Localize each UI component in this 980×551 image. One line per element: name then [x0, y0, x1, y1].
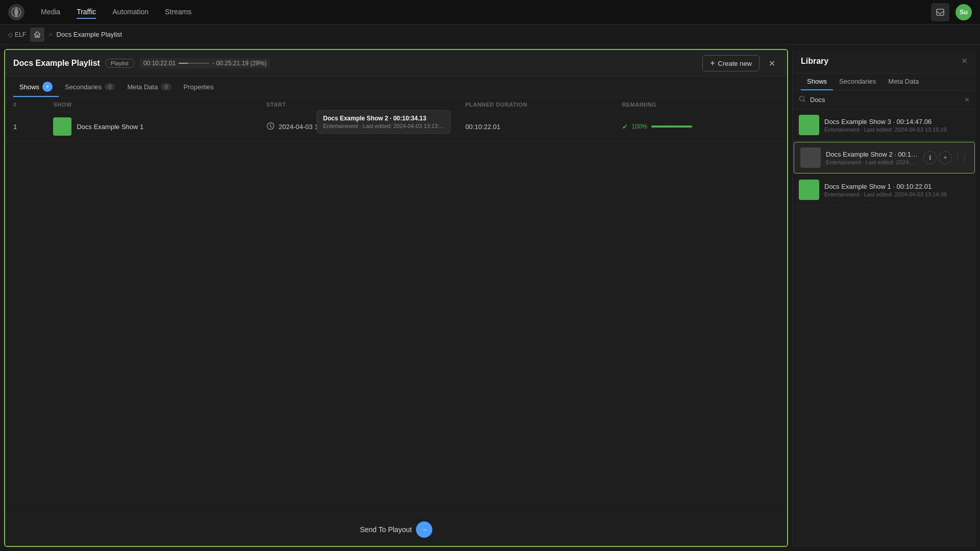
lib-item-info: Docs Example Show 3 · 00:14:47.06 Entert… [824, 118, 970, 133]
lib-thumbnail [800, 147, 821, 168]
time-end: - 00:25:21.19 (29%) [212, 60, 266, 67]
send-playout-label: Send To Playout [360, 525, 412, 534]
row-index: 1 [5, 112, 45, 141]
nav-automation[interactable]: Automation [112, 6, 149, 19]
playlist-panel: Docs Example Playlist Playlist 00:10:22.… [4, 49, 788, 547]
lib-item-info: Docs Example Show 1 · 00:10:22.01 Entert… [824, 183, 970, 197]
secondaries-badge: 0 [105, 83, 115, 90]
col-start: START [258, 97, 457, 112]
tab-secondaries[interactable]: Secondaries 0 [59, 79, 121, 96]
col-remaining: REMAINING [614, 97, 787, 112]
playlist-footer: Send To Playout → [5, 513, 787, 546]
library-header: Library ✕ [793, 49, 976, 73]
shows-table-container: # SHOW START PLANNED DURATION REMAINING … [5, 97, 787, 513]
playlist-tabs: Shows + Secondaries 0 Meta Data 0 Proper… [5, 77, 787, 97]
nav-media[interactable]: Media [41, 6, 60, 19]
create-new-button[interactable]: + Create new [702, 55, 760, 71]
lib-item-name: Docs Example Show 3 · 00:14:47.06 [824, 118, 970, 126]
send-to-playout-button[interactable]: Send To Playout → [360, 521, 432, 538]
inbox-button[interactable] [931, 3, 949, 21]
library-title: Library [801, 57, 828, 66]
tab-secondaries-label: Secondaries [65, 83, 102, 91]
tab-shows[interactable]: Shows + [13, 78, 59, 97]
add-show-button[interactable]: + [42, 82, 53, 92]
library-panel: Library ✕ Shows Secondaries Meta Data ✕ … [792, 49, 976, 547]
row-start: 2024-04-03 15:00:00.00 [258, 112, 457, 141]
tab-properties[interactable]: Properties [178, 79, 220, 96]
user-avatar[interactable]: Su [955, 4, 972, 20]
main-layout: Docs Example Playlist Playlist 00:10:22.… [0, 45, 980, 551]
library-search-bar: ✕ [793, 90, 976, 110]
list-item[interactable]: Docs Example Show 1 · 00:10:22.01 Entert… [793, 174, 976, 206]
table-row[interactable]: 1 Docs Example Show 1 2024-04-03 15:00:0… [5, 112, 787, 141]
col-index: # [5, 97, 45, 112]
lib-item-info: Docs Example Show 2 · 00:10:34.13 Entert… [826, 151, 918, 165]
lib-add-button[interactable]: + [939, 151, 952, 164]
lib-item-name: Docs Example Show 2 · 00:10:34.13 [826, 151, 918, 158]
col-planned-duration: PLANNED DURATION [457, 97, 614, 112]
lib-thumbnail [799, 180, 819, 200]
environment-selector[interactable]: ◇ ELF [8, 31, 26, 38]
lib-item-meta: Entertainment · Last edited: 2024-04-03 … [824, 191, 970, 197]
tab-properties-label: Properties [184, 83, 214, 91]
close-playlist-button[interactable]: ✕ [765, 56, 779, 70]
lib-tab-secondaries[interactable]: Secondaries [833, 73, 882, 90]
lib-item-name: Docs Example Show 1 · 00:10:22.01 [824, 183, 970, 190]
list-item[interactable]: Docs Example Show 2 · 00:10:34.13 Entert… [794, 142, 975, 173]
shows-table: # SHOW START PLANNED DURATION REMAINING … [5, 97, 787, 141]
show-name: Docs Example Show 1 [77, 123, 143, 131]
progress-percent: 100% [632, 123, 648, 130]
lib-item-actions: ℹ + ⋮⋮ [923, 151, 968, 164]
env-label: ELF [15, 31, 26, 38]
metadata-badge: 0 [161, 83, 171, 90]
row-start-time: 2024-04-03 15:00:00.00 [279, 123, 350, 131]
app-logo[interactable] [8, 4, 24, 20]
breadcrumb-separator: > [48, 31, 53, 38]
plus-icon: + [710, 59, 715, 68]
nav-streams[interactable]: Streams [165, 6, 191, 19]
create-new-label: Create new [718, 60, 752, 67]
progress-bar [651, 126, 692, 128]
nav-traffic[interactable]: Traffic [77, 6, 96, 19]
tab-metadata[interactable]: Meta Data 0 [121, 79, 177, 96]
row-show-cell: Docs Example Show 1 [45, 112, 258, 141]
library-close-button[interactable]: ✕ [961, 56, 968, 66]
top-navigation: Media Traffic Automation Streams Su [0, 0, 980, 24]
tab-metadata-label: Meta Data [127, 83, 158, 91]
library-items-list: Docs Example Show 3 · 00:14:47.06 Entert… [793, 110, 976, 547]
show-thumbnail [53, 117, 71, 136]
check-icon: ✔ [622, 123, 628, 131]
search-icon [799, 95, 806, 104]
row-planned-duration: 00:10:22.01 [457, 112, 614, 141]
lib-item-meta: Entertainment · Last edited: 2024-04-03 … [824, 127, 970, 133]
tab-shows-label: Shows [19, 83, 39, 91]
playlist-time: 00:10:22.01 - 00:25:21.19 (29%) [139, 58, 271, 68]
playlist-header: Docs Example Playlist Playlist 00:10:22.… [5, 50, 787, 77]
lib-tab-metadata[interactable]: Meta Data [882, 73, 925, 90]
lib-tab-shows[interactable]: Shows [801, 73, 833, 90]
time-start: 00:10:22.01 [143, 60, 176, 67]
clock-icon [266, 122, 275, 132]
row-remaining: ✔ 100% [614, 112, 787, 141]
lib-item-meta: Entertainment · Last edited: 2024-04-03 … [826, 159, 918, 165]
list-item[interactable]: Docs Example Show 3 · 00:14:47.06 Entert… [793, 110, 976, 141]
library-tabs: Shows Secondaries Meta Data [793, 73, 976, 90]
playlist-title: Docs Example Playlist [13, 59, 100, 68]
lib-drag-handle[interactable]: ⋮⋮ [954, 154, 968, 162]
breadcrumb-bar: ◇ ELF > Docs Example Playlist [0, 24, 980, 45]
playlist-badge: Playlist [105, 59, 134, 68]
search-clear-icon[interactable]: ✕ [964, 96, 970, 104]
home-button[interactable] [30, 28, 44, 42]
library-search-input[interactable] [810, 96, 960, 104]
breadcrumb-current: Docs Example Playlist [57, 31, 122, 38]
send-playout-icon: → [416, 521, 432, 538]
svg-point-3 [800, 96, 804, 101]
col-show: SHOW [45, 97, 258, 112]
lib-thumbnail [799, 115, 819, 135]
lib-info-button[interactable]: ℹ [923, 151, 937, 164]
